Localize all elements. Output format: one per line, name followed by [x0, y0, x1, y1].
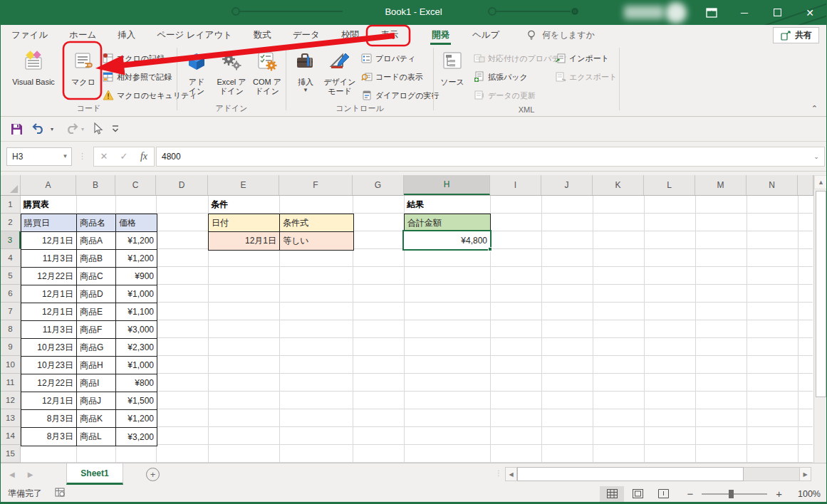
scroll-up-icon[interactable]: ▲ — [814, 175, 827, 189]
row-header-2[interactable]: 2 — [1, 214, 21, 231]
visual-basic-button[interactable]: Visual Basic — [4, 47, 63, 87]
row-header-3[interactable]: 3 — [1, 231, 21, 249]
row-header-15[interactable]: 15 — [1, 445, 21, 463]
map-properties-button[interactable]: 対応付けのプロパティ — [474, 53, 568, 64]
name-box[interactable]: H3 ▼ — [6, 147, 72, 166]
header-date[interactable]: 日付 — [209, 214, 280, 232]
sheet-tab-sheet1[interactable]: Sheet1 — [66, 463, 123, 485]
cell-price[interactable]: ¥900 — [116, 268, 157, 285]
cell-F3[interactable]: 等しい — [280, 232, 353, 250]
ribbon-display-options-icon[interactable] — [695, 0, 728, 25]
undo-button[interactable]: ▾ — [28, 120, 56, 138]
col-header-J[interactable]: J — [541, 175, 593, 195]
cell-price[interactable]: ¥800 — [116, 374, 157, 392]
cell-E1[interactable]: 条件 — [211, 196, 228, 214]
cell-price[interactable]: ¥1,000 — [116, 357, 157, 374]
row-header-7[interactable]: 7 — [1, 303, 21, 320]
zoom-level[interactable]: 100% — [788, 489, 821, 499]
row-header-1[interactable]: 1 — [1, 196, 21, 214]
macro-record-icon[interactable] — [55, 488, 66, 500]
save-button[interactable] — [8, 120, 26, 138]
record-macro-button[interactable]: マクロの記録 — [103, 53, 165, 64]
cell-date[interactable]: 12月22日 — [21, 268, 77, 285]
share-button[interactable]: 共有 — [773, 27, 819, 43]
expansion-packs-button[interactable]: 拡張パック — [474, 71, 528, 83]
cell-price[interactable]: ¥1,000 — [116, 285, 157, 303]
cell-price[interactable]: ¥1,500 — [116, 392, 157, 410]
row-header-9[interactable]: 9 — [1, 338, 21, 356]
row-header-4[interactable]: 4 — [1, 249, 21, 267]
tab-scroll-divider[interactable]: ⋮ — [495, 469, 502, 477]
tab-page-layout[interactable]: ページ レイアウト — [155, 25, 234, 45]
maximize-button[interactable] — [761, 0, 794, 25]
col-header-I[interactable]: I — [490, 175, 541, 195]
cell-price[interactable]: ¥2,300 — [116, 339, 157, 357]
col-header-N[interactable]: N — [747, 175, 798, 195]
zoom-slider-handle[interactable] — [729, 490, 734, 498]
expand-formula-bar-icon[interactable]: ⌄ — [808, 153, 824, 160]
run-dialog-button[interactable]: ダイアログの実行 — [361, 90, 439, 101]
cell-date[interactable]: 12月1日 — [21, 303, 77, 321]
name-box-dropdown-icon[interactable]: ▼ — [58, 153, 71, 159]
zoom-slider[interactable] — [702, 493, 767, 495]
properties-button[interactable]: プロパティ — [361, 53, 415, 64]
touch-mouse-mode-button[interactable] — [90, 120, 106, 138]
selected-cell-H3[interactable]: ¥4,800 — [402, 230, 491, 251]
row-header-13[interactable]: 13 — [1, 409, 21, 427]
minimize-button[interactable]: ─ — [728, 0, 761, 25]
purchase-table[interactable]: 購買日 商品名 価格 12月1日商品A¥1,200 11月3日商品B¥1,200… — [21, 214, 157, 446]
header-price[interactable]: 価格 — [116, 214, 157, 232]
cell-date[interactable]: 11月3日 — [21, 321, 77, 339]
row-header-5[interactable]: 5 — [1, 267, 21, 285]
header-condition[interactable]: 条件式 — [280, 214, 353, 232]
customize-qat-button[interactable] — [109, 120, 122, 138]
scroll-left-icon[interactable]: ◀ — [505, 467, 517, 481]
col-header-K[interactable]: K — [593, 175, 644, 195]
cell-product[interactable]: 商品A — [77, 232, 116, 250]
cell-product[interactable]: 商品I — [77, 374, 116, 392]
col-header-F[interactable]: F — [279, 175, 353, 195]
sheet-nav-left-icon[interactable]: ◀ — [9, 471, 15, 478]
refresh-data-button[interactable]: データの更新 — [474, 90, 536, 101]
row-header-10[interactable]: 10 — [1, 356, 21, 374]
tab-review[interactable]: 校閲 — [340, 25, 360, 45]
tab-home[interactable]: ホーム — [68, 25, 98, 45]
col-header-B[interactable]: B — [76, 175, 115, 195]
zoom-in-icon[interactable]: + — [776, 488, 782, 500]
cell-price[interactable]: ¥3,000 — [116, 321, 157, 339]
fill-handle[interactable] — [488, 247, 492, 251]
tab-help[interactable]: ヘルプ — [471, 25, 501, 45]
col-header-E[interactable]: E — [208, 175, 279, 195]
cell-E3[interactable]: 12月1日 — [209, 232, 280, 250]
cell-product[interactable]: 商品E — [77, 303, 116, 321]
vertical-scrollbar[interactable]: ▲ — [813, 175, 827, 463]
tell-me-box[interactable]: 何をしますか — [526, 29, 594, 41]
cell-product[interactable]: 商品B — [77, 250, 116, 268]
header-product-name[interactable]: 商品名 — [77, 214, 116, 232]
cell-product[interactable]: 商品H — [77, 357, 116, 374]
zoom-out-icon[interactable]: − — [687, 488, 693, 500]
cell-price[interactable]: ¥1,200 — [116, 250, 157, 268]
relative-references-button[interactable]: 相対参照で記録 — [103, 71, 172, 83]
cell-date[interactable]: 12月1日 — [21, 392, 77, 410]
row-header-12[interactable]: 12 — [1, 392, 21, 409]
cell-date[interactable]: 8月3日 — [21, 428, 77, 446]
export-button[interactable]: エクスポート — [555, 71, 617, 83]
vertical-scroll-thumb[interactable] — [816, 191, 826, 397]
view-page-layout-icon[interactable] — [625, 486, 650, 502]
row-header-11[interactable]: 11 — [1, 374, 21, 392]
row-header-8[interactable]: 8 — [1, 320, 21, 338]
horizontal-scroll-thumb[interactable] — [517, 467, 744, 481]
excel-addins-button[interactable]: Excel アドイン — [214, 47, 249, 96]
cell-product[interactable]: 商品G — [77, 339, 116, 357]
cell-product[interactable]: 商品J — [77, 392, 116, 410]
sheet-nav-right-icon[interactable]: ▶ — [28, 471, 33, 478]
col-header-A[interactable]: A — [21, 175, 76, 195]
tab-formulas[interactable]: 数式 — [252, 25, 273, 45]
tab-developer[interactable]: 開発 — [430, 25, 451, 45]
insert-control-button[interactable]: 挿入 ▼ — [291, 47, 320, 94]
cell-H1[interactable]: 結果 — [407, 196, 424, 214]
col-header-D[interactable]: D — [156, 175, 208, 195]
import-button[interactable]: インポート — [555, 53, 609, 64]
row-header-14[interactable]: 14 — [1, 427, 21, 445]
